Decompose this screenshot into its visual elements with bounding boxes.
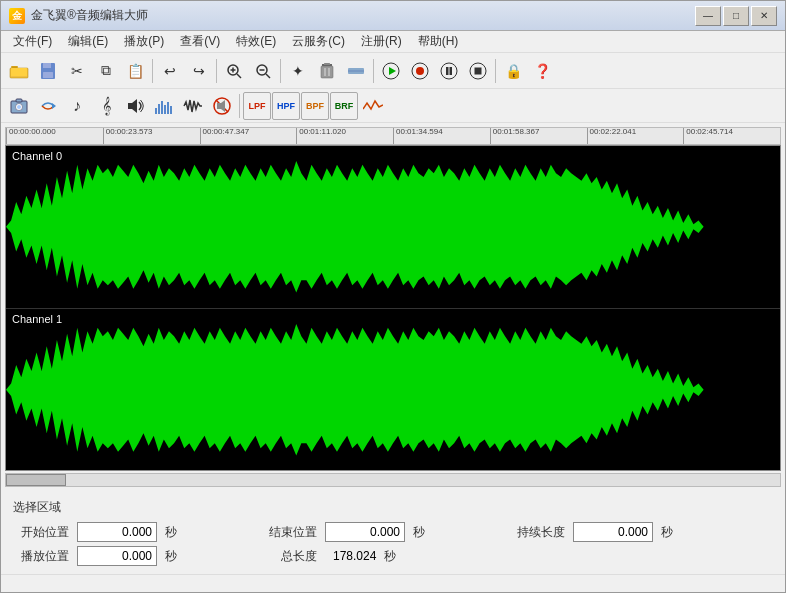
svg-rect-5 bbox=[43, 72, 53, 78]
end-label: 结束位置 bbox=[261, 524, 317, 541]
end-value-input[interactable] bbox=[325, 522, 405, 542]
menu-view[interactable]: 查看(V) bbox=[172, 31, 228, 52]
ruler-mark-4: 00:01:34.594 bbox=[393, 127, 490, 144]
toolbar-effects: ♪ 𝄞 LPF HPF BPF BRF bbox=[1, 89, 785, 123]
cut-button[interactable]: ✂ bbox=[63, 57, 91, 85]
close-button[interactable]: ✕ bbox=[751, 6, 777, 26]
redo-button[interactable]: ↪ bbox=[185, 57, 213, 85]
ruler-mark-5: 00:01:58.367 bbox=[490, 127, 587, 144]
svg-marker-33 bbox=[52, 103, 56, 109]
paste-button[interactable]: 📋 bbox=[121, 57, 149, 85]
menu-register[interactable]: 注册(R) bbox=[353, 31, 410, 52]
title-controls: — □ ✕ bbox=[695, 6, 777, 26]
volume-button[interactable] bbox=[121, 92, 149, 120]
select-button[interactable]: ✦ bbox=[284, 57, 312, 85]
svg-rect-25 bbox=[446, 67, 449, 75]
playpos-value-input[interactable] bbox=[77, 546, 157, 566]
sep2 bbox=[216, 59, 217, 83]
window-title: 金飞翼®音频编辑大师 bbox=[31, 7, 148, 24]
scrollbar-thumb[interactable] bbox=[6, 474, 66, 486]
sep4 bbox=[373, 59, 374, 83]
lpf-button[interactable]: LPF bbox=[243, 92, 271, 120]
svg-rect-39 bbox=[167, 102, 169, 114]
svg-rect-26 bbox=[450, 67, 453, 75]
duration-label: 持续长度 bbox=[509, 524, 565, 541]
info-row-1: 开始位置 秒 结束位置 秒 持续长度 秒 bbox=[13, 522, 773, 542]
svg-rect-35 bbox=[155, 108, 157, 114]
menu-edit[interactable]: 编辑(E) bbox=[60, 31, 116, 52]
lock-button[interactable]: 🔒 bbox=[499, 57, 527, 85]
stop-button[interactable] bbox=[464, 57, 492, 85]
snapshot-button[interactable] bbox=[5, 92, 33, 120]
start-label: 开始位置 bbox=[13, 524, 69, 541]
sep3 bbox=[280, 59, 281, 83]
svg-rect-15 bbox=[321, 66, 333, 78]
toolbar-main: ✂ ⧉ 📋 ↩ ↪ ✦ 🔒 bbox=[1, 53, 785, 89]
zoom-in-button[interactable] bbox=[220, 57, 248, 85]
sep1 bbox=[152, 59, 153, 83]
svg-rect-0 bbox=[11, 66, 18, 68]
title-bar-left: 金 金飞翼®音频编辑大师 bbox=[9, 7, 148, 24]
horizontal-scrollbar[interactable] bbox=[5, 473, 781, 487]
playpos-unit: 秒 bbox=[165, 548, 185, 565]
sep6 bbox=[239, 94, 240, 118]
menu-effects[interactable]: 特效(E) bbox=[228, 31, 284, 52]
duration-value-input[interactable] bbox=[573, 522, 653, 542]
delete-button[interactable] bbox=[313, 57, 341, 85]
maximize-button[interactable]: □ bbox=[723, 6, 749, 26]
waveform-button[interactable] bbox=[179, 92, 207, 120]
start-value-input[interactable] bbox=[77, 522, 157, 542]
app-icon: 金 bbox=[9, 8, 25, 24]
svg-rect-36 bbox=[158, 104, 160, 114]
svg-rect-2 bbox=[11, 68, 27, 76]
play-button[interactable] bbox=[377, 57, 405, 85]
hpf-button[interactable]: HPF bbox=[272, 92, 300, 120]
copy-button[interactable]: ⧉ bbox=[92, 57, 120, 85]
help-button[interactable]: ❓ bbox=[528, 57, 556, 85]
menu-help[interactable]: 帮助(H) bbox=[410, 31, 467, 52]
channel-0[interactable]: Channel 0 // Waveform drawn inline via p… bbox=[6, 146, 780, 309]
zoom-out-button[interactable] bbox=[249, 57, 277, 85]
waveform-area: 00:00:00.000 00:00:23.573 00:00:47.347 0… bbox=[1, 123, 785, 491]
eq-button[interactable] bbox=[359, 92, 387, 120]
save-button[interactable] bbox=[34, 57, 62, 85]
playpos-label: 播放位置 bbox=[13, 548, 69, 565]
info-panel: 选择区域 开始位置 秒 结束位置 秒 持续长度 秒 播放位置 秒 总长度 bbox=[1, 491, 785, 574]
silence-button[interactable] bbox=[342, 57, 370, 85]
minimize-button[interactable]: — bbox=[695, 6, 721, 26]
undo-button[interactable]: ↩ bbox=[156, 57, 184, 85]
brf-button[interactable]: BRF bbox=[330, 92, 358, 120]
svg-rect-38 bbox=[164, 105, 166, 114]
score-button[interactable]: 𝄞 bbox=[92, 92, 120, 120]
channel-1-waveform bbox=[6, 309, 780, 471]
ruler-mark-2: 00:00:47.347 bbox=[200, 127, 297, 144]
music-note-button[interactable]: ♪ bbox=[63, 92, 91, 120]
total-unit: 秒 bbox=[384, 548, 404, 565]
record-button[interactable] bbox=[406, 57, 434, 85]
ruler-mark-0: 00:00:00.000 bbox=[6, 127, 103, 144]
svg-rect-14 bbox=[324, 63, 330, 65]
menu-cloud[interactable]: 云服务(C) bbox=[284, 31, 353, 52]
time-ruler: 00:00:00.000 00:00:23.573 00:00:47.347 0… bbox=[5, 127, 781, 145]
info-row-2: 播放位置 秒 总长度 178.024 秒 bbox=[13, 546, 773, 566]
svg-line-11 bbox=[266, 74, 270, 78]
waveform-container[interactable]: Channel 0 // Waveform drawn inline via p… bbox=[5, 145, 781, 471]
status-bar bbox=[1, 574, 785, 592]
svg-point-31 bbox=[17, 105, 21, 109]
menu-play[interactable]: 播放(P) bbox=[116, 31, 172, 52]
channel-1[interactable]: Channel 1 bbox=[6, 309, 780, 471]
svg-rect-28 bbox=[475, 67, 482, 74]
bpf-button[interactable]: BPF bbox=[301, 92, 329, 120]
ruler-mark-3: 00:01:11.020 bbox=[296, 127, 393, 144]
pause-button[interactable] bbox=[435, 57, 463, 85]
svg-rect-32 bbox=[16, 99, 22, 102]
spectrum-button[interactable] bbox=[150, 92, 178, 120]
total-value: 178.024 bbox=[333, 549, 376, 563]
open-button[interactable] bbox=[5, 57, 33, 85]
ruler-mark-6: 00:02:22.041 bbox=[587, 127, 684, 144]
menu-file[interactable]: 文件(F) bbox=[5, 31, 60, 52]
convert-button[interactable] bbox=[34, 92, 62, 120]
svg-rect-40 bbox=[170, 106, 172, 114]
mute-symbol-button[interactable] bbox=[208, 92, 236, 120]
info-grid: 开始位置 秒 结束位置 秒 持续长度 秒 播放位置 秒 总长度 178.024 … bbox=[13, 522, 773, 566]
